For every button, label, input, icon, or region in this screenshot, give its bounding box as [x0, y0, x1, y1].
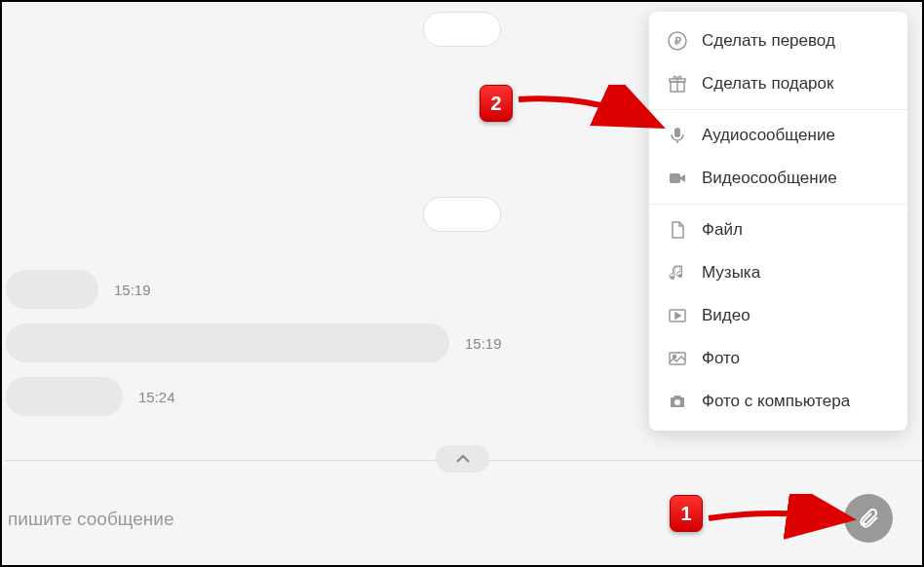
message-bubble	[6, 377, 123, 416]
svg-rect-7	[670, 173, 680, 183]
videocam-icon	[667, 168, 688, 189]
menu-item-videomsg[interactable]: Видеосообщение	[649, 157, 907, 200]
attach-menu: ₽ Сделать перевод Сделать подарок Аудиос…	[649, 12, 907, 431]
camera-icon	[667, 391, 688, 412]
menu-item-file[interactable]: Файл	[649, 208, 907, 251]
message-bubble	[423, 12, 501, 47]
paperclip-icon	[857, 507, 880, 530]
menu-item-label: Файл	[702, 220, 743, 240]
compose-input[interactable]: пишите сообщение	[8, 509, 173, 530]
mic-icon	[667, 125, 688, 146]
menu-item-label: Сделать перевод	[702, 31, 835, 51]
timestamp: 15:19	[114, 282, 151, 298]
menu-item-label: Сделать подарок	[702, 74, 833, 94]
video-icon	[667, 305, 688, 326]
menu-item-label: Видео	[702, 306, 751, 325]
svg-text:₽: ₽	[674, 35, 681, 47]
attach-button[interactable]	[844, 494, 893, 543]
ruble-icon: ₽	[667, 30, 688, 52]
svg-point-9	[678, 274, 682, 278]
menu-item-label: Видеосообщение	[702, 169, 837, 188]
gift-icon	[667, 73, 688, 94]
photo-icon	[667, 348, 688, 369]
menu-item-label: Фото с компьютера	[702, 392, 850, 411]
menu-separator	[649, 109, 907, 110]
chevron-up-icon	[455, 454, 471, 464]
annotation-arrow-1	[704, 494, 860, 543]
menu-separator	[649, 204, 907, 205]
annotation-badge-1: 1	[670, 495, 703, 532]
menu-item-label: Фото	[702, 349, 740, 368]
file-icon	[667, 219, 688, 241]
music-icon	[667, 262, 688, 284]
menu-item-label: Аудиосообщение	[702, 126, 835, 145]
timestamp: 15:24	[138, 389, 175, 405]
svg-rect-5	[674, 128, 680, 137]
annotation-badge-2: 2	[480, 85, 513, 122]
menu-item-gift[interactable]: Сделать подарок	[649, 62, 907, 105]
timestamp: 15:19	[465, 335, 502, 352]
menu-item-audio[interactable]: Аудиосообщение	[649, 114, 907, 157]
menu-item-video[interactable]: Видео	[649, 294, 907, 337]
menu-item-photo-computer[interactable]: Фото с компьютера	[649, 380, 907, 423]
svg-point-8	[671, 276, 674, 280]
menu-item-photo[interactable]: Фото	[649, 337, 907, 380]
expand-button[interactable]	[436, 445, 489, 472]
message-bubble	[6, 270, 98, 309]
menu-item-transfer[interactable]: ₽ Сделать перевод	[649, 19, 907, 62]
svg-point-13	[674, 399, 680, 405]
message-bubble	[6, 323, 449, 362]
menu-item-music[interactable]: Музыка	[649, 251, 907, 294]
annotation-arrow-2	[514, 85, 670, 143]
menu-item-label: Музыка	[702, 263, 760, 283]
message-bubble	[423, 197, 501, 232]
